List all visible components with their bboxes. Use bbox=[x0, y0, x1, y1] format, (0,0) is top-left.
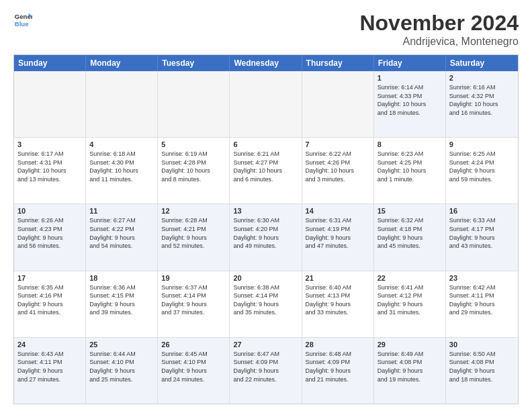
day-number: 6 bbox=[233, 140, 298, 148]
day-number: 26 bbox=[161, 340, 226, 349]
day-cell-26: 26Sunrise: 6:45 AM Sunset: 4:10 PM Dayli… bbox=[158, 338, 230, 404]
empty-cell-0-1 bbox=[86, 71, 158, 137]
day-info: Sunrise: 6:19 AM Sunset: 4:28 PM Dayligh… bbox=[161, 150, 226, 183]
day-info: Sunrise: 6:14 AM Sunset: 4:33 PM Dayligh… bbox=[378, 83, 442, 117]
day-info: Sunrise: 6:48 AM Sunset: 4:09 PM Dayligh… bbox=[306, 350, 370, 383]
day-info: Sunrise: 6:33 AM Sunset: 4:17 PM Dayligh… bbox=[449, 216, 515, 250]
day-cell-30: 30Sunrise: 6:50 AM Sunset: 4:08 PM Dayli… bbox=[446, 338, 518, 404]
day-info: Sunrise: 6:35 AM Sunset: 4:16 PM Dayligh… bbox=[17, 283, 82, 317]
day-cell-29: 29Sunrise: 6:49 AM Sunset: 4:08 PM Dayli… bbox=[374, 338, 446, 404]
day-number: 29 bbox=[378, 340, 442, 349]
day-cell-6: 6Sunrise: 6:21 AM Sunset: 4:27 PM Daylig… bbox=[230, 138, 302, 203]
day-info: Sunrise: 6:49 AM Sunset: 4:08 PM Dayligh… bbox=[378, 350, 442, 383]
day-info: Sunrise: 6:16 AM Sunset: 4:32 PM Dayligh… bbox=[449, 83, 515, 117]
calendar-body: 1Sunrise: 6:14 AM Sunset: 4:33 PM Daylig… bbox=[14, 71, 518, 404]
day-number: 16 bbox=[449, 207, 515, 215]
header: General Blue November 2024 Andrijevica, … bbox=[13, 11, 519, 48]
day-cell-11: 11Sunrise: 6:27 AM Sunset: 4:22 PM Dayli… bbox=[86, 204, 158, 270]
day-number: 10 bbox=[17, 207, 82, 215]
calendar-row-0: 1Sunrise: 6:14 AM Sunset: 4:33 PM Daylig… bbox=[14, 71, 518, 137]
logo-icon: General Blue bbox=[13, 11, 32, 30]
empty-cell-0-3 bbox=[230, 71, 302, 137]
day-info: Sunrise: 6:36 AM Sunset: 4:15 PM Dayligh… bbox=[89, 283, 154, 317]
day-cell-4: 4Sunrise: 6:18 AM Sunset: 4:30 PM Daylig… bbox=[86, 138, 158, 203]
day-number: 21 bbox=[306, 274, 370, 282]
calendar: SundayMondayTuesdayWednesdayThursdayFrid… bbox=[13, 54, 519, 404]
day-info: Sunrise: 6:38 AM Sunset: 4:14 PM Dayligh… bbox=[233, 283, 298, 317]
day-info: Sunrise: 6:40 AM Sunset: 4:13 PM Dayligh… bbox=[306, 283, 370, 317]
day-info: Sunrise: 6:42 AM Sunset: 4:11 PM Dayligh… bbox=[449, 283, 515, 317]
day-number: 5 bbox=[161, 140, 226, 148]
empty-cell-0-2 bbox=[158, 71, 230, 137]
svg-text:Blue: Blue bbox=[15, 20, 29, 28]
day-number: 20 bbox=[233, 274, 298, 282]
day-cell-24: 24Sunrise: 6:43 AM Sunset: 4:11 PM Dayli… bbox=[14, 338, 86, 404]
empty-cell-0-0 bbox=[14, 71, 86, 137]
day-number: 17 bbox=[17, 274, 82, 282]
day-cell-20: 20Sunrise: 6:38 AM Sunset: 4:14 PM Dayli… bbox=[230, 271, 302, 337]
day-cell-23: 23Sunrise: 6:42 AM Sunset: 4:11 PM Dayli… bbox=[446, 271, 518, 337]
weekday-header-friday: Friday bbox=[374, 55, 446, 71]
weekday-header-saturday: Saturday bbox=[446, 55, 518, 71]
day-info: Sunrise: 6:32 AM Sunset: 4:18 PM Dayligh… bbox=[378, 216, 442, 250]
day-cell-14: 14Sunrise: 6:31 AM Sunset: 4:19 PM Dayli… bbox=[302, 204, 374, 270]
weekday-header-wednesday: Wednesday bbox=[230, 55, 302, 71]
day-cell-22: 22Sunrise: 6:41 AM Sunset: 4:12 PM Dayli… bbox=[374, 271, 446, 337]
logo: General Blue bbox=[13, 11, 32, 30]
calendar-row-2: 10Sunrise: 6:26 AM Sunset: 4:23 PM Dayli… bbox=[14, 203, 518, 270]
day-cell-9: 9Sunrise: 6:25 AM Sunset: 4:24 PM Daylig… bbox=[446, 138, 518, 203]
day-cell-7: 7Sunrise: 6:22 AM Sunset: 4:26 PM Daylig… bbox=[302, 138, 374, 203]
day-info: Sunrise: 6:45 AM Sunset: 4:10 PM Dayligh… bbox=[161, 350, 226, 383]
day-info: Sunrise: 6:18 AM Sunset: 4:30 PM Dayligh… bbox=[89, 150, 154, 183]
day-info: Sunrise: 6:17 AM Sunset: 4:31 PM Dayligh… bbox=[17, 150, 82, 183]
weekday-header-monday: Monday bbox=[86, 55, 158, 71]
weekday-header-thursday: Thursday bbox=[302, 55, 374, 71]
day-number: 27 bbox=[233, 340, 298, 349]
day-cell-16: 16Sunrise: 6:33 AM Sunset: 4:17 PM Dayli… bbox=[446, 204, 518, 270]
day-cell-5: 5Sunrise: 6:19 AM Sunset: 4:28 PM Daylig… bbox=[158, 138, 230, 203]
day-cell-17: 17Sunrise: 6:35 AM Sunset: 4:16 PM Dayli… bbox=[14, 271, 86, 337]
day-info: Sunrise: 6:25 AM Sunset: 4:24 PM Dayligh… bbox=[449, 150, 515, 183]
day-cell-27: 27Sunrise: 6:47 AM Sunset: 4:09 PM Dayli… bbox=[230, 338, 302, 404]
day-info: Sunrise: 6:30 AM Sunset: 4:20 PM Dayligh… bbox=[233, 216, 298, 250]
page: General Blue November 2024 Andrijevica, … bbox=[0, 0, 532, 411]
day-number: 15 bbox=[378, 207, 442, 215]
calendar-header: SundayMondayTuesdayWednesdayThursdayFrid… bbox=[14, 55, 518, 71]
day-info: Sunrise: 6:44 AM Sunset: 4:10 PM Dayligh… bbox=[89, 350, 154, 383]
day-number: 25 bbox=[89, 340, 154, 349]
day-info: Sunrise: 6:21 AM Sunset: 4:27 PM Dayligh… bbox=[233, 150, 298, 183]
day-info: Sunrise: 6:50 AM Sunset: 4:08 PM Dayligh… bbox=[449, 350, 515, 383]
day-number: 3 bbox=[17, 140, 82, 148]
day-cell-21: 21Sunrise: 6:40 AM Sunset: 4:13 PM Dayli… bbox=[302, 271, 374, 337]
day-number: 13 bbox=[233, 207, 298, 215]
empty-cell-0-4 bbox=[302, 71, 374, 137]
weekday-header-tuesday: Tuesday bbox=[158, 55, 230, 71]
day-cell-13: 13Sunrise: 6:30 AM Sunset: 4:20 PM Dayli… bbox=[230, 204, 302, 270]
day-number: 11 bbox=[89, 207, 154, 215]
day-cell-12: 12Sunrise: 6:28 AM Sunset: 4:21 PM Dayli… bbox=[158, 204, 230, 270]
day-info: Sunrise: 6:31 AM Sunset: 4:19 PM Dayligh… bbox=[306, 216, 370, 250]
location: Andrijevica, Montenegro bbox=[359, 36, 519, 48]
day-number: 23 bbox=[449, 274, 515, 282]
title-block: November 2024 Andrijevica, Montenegro bbox=[359, 11, 519, 48]
day-cell-3: 3Sunrise: 6:17 AM Sunset: 4:31 PM Daylig… bbox=[14, 138, 86, 203]
calendar-row-1: 3Sunrise: 6:17 AM Sunset: 4:31 PM Daylig… bbox=[14, 137, 518, 203]
day-number: 8 bbox=[378, 140, 442, 148]
day-number: 7 bbox=[306, 140, 370, 148]
day-number: 28 bbox=[306, 340, 370, 349]
day-cell-28: 28Sunrise: 6:48 AM Sunset: 4:09 PM Dayli… bbox=[302, 338, 374, 404]
day-cell-25: 25Sunrise: 6:44 AM Sunset: 4:10 PM Dayli… bbox=[86, 338, 158, 404]
day-number: 14 bbox=[306, 207, 370, 215]
day-number: 1 bbox=[378, 74, 442, 82]
day-cell-15: 15Sunrise: 6:32 AM Sunset: 4:18 PM Dayli… bbox=[374, 204, 446, 270]
calendar-row-4: 24Sunrise: 6:43 AM Sunset: 4:11 PM Dayli… bbox=[14, 337, 518, 404]
day-info: Sunrise: 6:43 AM Sunset: 4:11 PM Dayligh… bbox=[17, 350, 82, 383]
month-title: November 2024 bbox=[359, 11, 519, 36]
day-info: Sunrise: 6:27 AM Sunset: 4:22 PM Dayligh… bbox=[89, 216, 154, 250]
day-number: 12 bbox=[161, 207, 226, 215]
day-info: Sunrise: 6:28 AM Sunset: 4:21 PM Dayligh… bbox=[161, 216, 226, 250]
day-info: Sunrise: 6:26 AM Sunset: 4:23 PM Dayligh… bbox=[17, 216, 82, 250]
day-number: 24 bbox=[17, 340, 82, 349]
day-number: 18 bbox=[89, 274, 154, 282]
day-cell-19: 19Sunrise: 6:37 AM Sunset: 4:14 PM Dayli… bbox=[158, 271, 230, 337]
